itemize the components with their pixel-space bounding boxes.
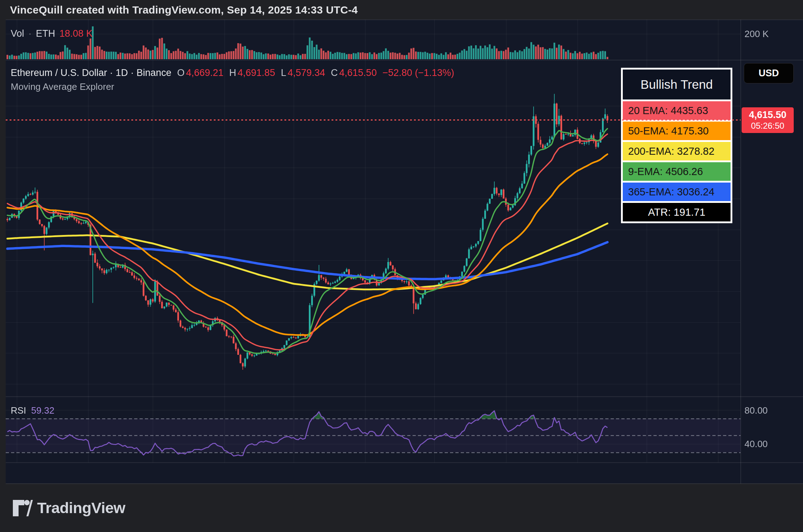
symbol-legend[interactable]: Ethereum / U.S. Dollar · 1D · Binance O … bbox=[11, 67, 454, 78]
low-value: 4,579.34 bbox=[288, 67, 325, 78]
close-value: 4,615.50 bbox=[339, 67, 377, 78]
last-price-badge[interactable]: 4,615.50 05:26:50 bbox=[742, 107, 794, 133]
tradingview-logo-icon bbox=[12, 499, 33, 517]
trend-panel-title: Bullish Trend bbox=[623, 70, 731, 99]
change-value: −52.80 (−1.13%) bbox=[383, 67, 454, 78]
tradingview-logo[interactable]: TradingView bbox=[12, 499, 125, 517]
rsi-axis-tick-80: 80.00 bbox=[744, 406, 768, 415]
rsi-axis-tick-40: 40.00 bbox=[744, 439, 768, 449]
bar-countdown: 05:26:50 bbox=[751, 121, 784, 131]
high-letter: H bbox=[229, 67, 236, 78]
ohlc-high: H 4,691.85 bbox=[229, 67, 275, 78]
ema9-row: 9-EMA: 4506.26 bbox=[623, 162, 731, 181]
volume-value: 18.08 K bbox=[60, 28, 93, 39]
rsi-legend[interactable]: RSI 59.32 bbox=[11, 405, 54, 416]
ohlc-close: C 4,615.50 bbox=[331, 67, 377, 78]
open-value: 4,669.21 bbox=[186, 67, 223, 78]
rsi-label: RSI bbox=[11, 405, 26, 416]
rsi-value: 59.32 bbox=[31, 405, 54, 416]
open-letter: O bbox=[177, 67, 185, 78]
currency-toggle-button[interactable]: USD bbox=[744, 63, 794, 83]
current-price-line bbox=[6, 119, 741, 121]
page-title: VinceQuill created with TradingView.com,… bbox=[10, 4, 358, 16]
ema20-row: 20 EMA: 4435.63 bbox=[623, 101, 731, 120]
tradingview-chart-app: VinceQuill created with TradingView.com,… bbox=[0, 0, 803, 532]
ema365-row: 365-EMA: 3036.24 bbox=[623, 183, 731, 201]
tradingview-logo-text: TradingView bbox=[37, 499, 125, 517]
atr-row: ATR: 191.71 bbox=[623, 203, 731, 221]
volume-legend[interactable]: Vol · ETH 18.08 K bbox=[11, 28, 93, 39]
volume-label: Vol bbox=[11, 28, 24, 39]
bullish-trend-panel: Bullish Trend 20 EMA: 4435.63 50-EMA: 41… bbox=[621, 68, 732, 223]
ema200-row: 200-EMA: 3278.82 bbox=[623, 142, 731, 160]
last-price-value: 4,615.50 bbox=[749, 109, 786, 121]
low-letter: L bbox=[281, 67, 286, 78]
indicator-legend[interactable]: Moving Average Explorer bbox=[11, 81, 114, 92]
volume-symbol: ETH bbox=[36, 28, 55, 39]
footer-bar: TradingView bbox=[0, 484, 803, 532]
close-letter: C bbox=[331, 67, 338, 78]
volume-separator: · bbox=[29, 28, 32, 39]
volume-axis-tick: 200 K bbox=[744, 29, 769, 39]
ohlc-low: L 4,579.34 bbox=[281, 67, 325, 78]
symbol-title: Ethereum / U.S. Dollar · 1D · Binance bbox=[11, 67, 171, 78]
ohlc-open: O 4,669.21 bbox=[177, 67, 223, 78]
header-bar: VinceQuill created with TradingView.com,… bbox=[0, 0, 803, 20]
high-value: 4,691.85 bbox=[238, 67, 275, 78]
ema50-row: 50-EMA: 4175.30 bbox=[623, 122, 731, 140]
